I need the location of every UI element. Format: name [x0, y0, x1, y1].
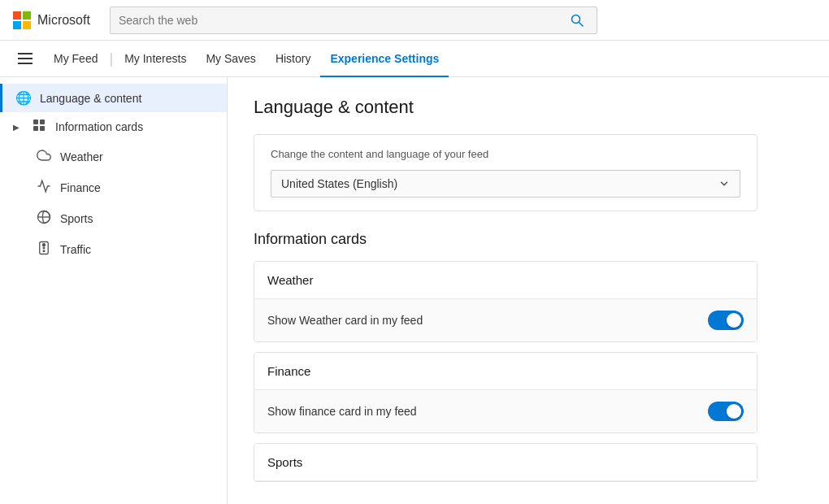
- finance-toggle-thumb: [727, 404, 741, 419]
- nav-my-interests[interactable]: My Interests: [115, 41, 196, 77]
- nav-experience-settings[interactable]: Experience Settings: [320, 41, 449, 77]
- selected-language: United States (English): [281, 177, 397, 190]
- weather-toggle-thumb: [727, 313, 741, 328]
- finance-toggle[interactable]: [708, 402, 744, 421]
- svg-rect-3: [40, 119, 45, 124]
- finance-toggle-label: Show finance card in my feed: [267, 405, 417, 418]
- weather-card-row: Show Weather card in my feed: [254, 299, 757, 341]
- sports-icon: [36, 210, 52, 228]
- search-icon: [571, 14, 584, 27]
- info-cards-title: Information cards: [254, 231, 757, 248]
- hamburger-menu-button[interactable]: [13, 48, 37, 69]
- information-cards-section: Information cards Weather Show Weather c…: [254, 231, 757, 482]
- main-layout: 🌐 Language & content ▶ Information cards…: [0, 77, 829, 504]
- finance-card-header: Finance: [254, 353, 757, 390]
- nav-my-saves[interactable]: My Saves: [196, 41, 265, 77]
- sidebar-item-weather[interactable]: Weather: [0, 141, 227, 172]
- sidebar-label-sports: Sports: [60, 212, 93, 225]
- svg-point-10: [43, 250, 46, 252]
- search-bar[interactable]: [110, 7, 597, 34]
- logo-text: Microsoft: [37, 13, 90, 28]
- microsoft-logo-icon: [13, 11, 31, 29]
- svg-line-1: [579, 22, 583, 26]
- weather-toggle-label: Show Weather card in my feed: [267, 314, 423, 327]
- nav-history[interactable]: History: [266, 41, 321, 77]
- sidebar-item-finance[interactable]: Finance: [0, 172, 227, 203]
- logo: Microsoft: [13, 11, 90, 29]
- search-input[interactable]: [119, 14, 566, 27]
- traffic-icon: [36, 241, 52, 259]
- sidebar-label-finance: Finance: [60, 181, 101, 194]
- sidebar-item-language-content[interactable]: 🌐 Language & content: [0, 84, 227, 112]
- search-button[interactable]: [566, 14, 588, 27]
- weather-card-group: Weather Show Weather card in my feed: [254, 261, 757, 342]
- weather-toggle[interactable]: [708, 311, 744, 330]
- content-area: Language & content Change the content an…: [228, 77, 829, 504]
- sidebar-item-traffic[interactable]: Traffic: [0, 234, 227, 265]
- finance-card-row: Show finance card in my feed: [254, 390, 757, 432]
- nav-separator-1: |: [107, 50, 115, 67]
- sidebar-item-sports[interactable]: Sports: [0, 203, 227, 234]
- header: Microsoft: [0, 0, 829, 41]
- globe-icon: 🌐: [15, 90, 32, 106]
- weather-card-header: Weather: [254, 262, 757, 299]
- svg-rect-2: [33, 119, 38, 124]
- sidebar-label-weather: Weather: [60, 150, 103, 163]
- sidebar-label-language-content: Language & content: [40, 92, 141, 105]
- grid-icon: [31, 119, 47, 135]
- expand-icon: ▶: [13, 123, 20, 132]
- sports-card-group: Sports: [254, 443, 757, 482]
- nav-my-feed[interactable]: My Feed: [44, 41, 107, 77]
- language-description: Change the content and language of your …: [271, 148, 740, 160]
- sidebar-label-traffic: Traffic: [60, 243, 91, 256]
- svg-point-9: [43, 247, 46, 250]
- nav-bar: My Feed | My Interests My Saves History …: [0, 41, 829, 77]
- language-card: Change the content and language of your …: [254, 134, 757, 211]
- sidebar-label-information-cards: Information cards: [55, 120, 143, 133]
- chevron-down-icon: [718, 178, 730, 189]
- svg-point-8: [43, 244, 46, 246]
- language-dropdown[interactable]: United States (English): [271, 170, 740, 198]
- sports-card-header: Sports: [254, 444, 757, 481]
- weather-icon: [36, 148, 52, 166]
- svg-rect-4: [33, 126, 38, 131]
- sidebar: 🌐 Language & content ▶ Information cards…: [0, 77, 228, 504]
- page-title: Language & content: [254, 97, 803, 118]
- finance-card-group: Finance Show finance card in my feed: [254, 352, 757, 433]
- finance-icon: [36, 179, 52, 197]
- svg-rect-5: [40, 126, 45, 131]
- sidebar-item-information-cards[interactable]: ▶ Information cards: [0, 112, 227, 141]
